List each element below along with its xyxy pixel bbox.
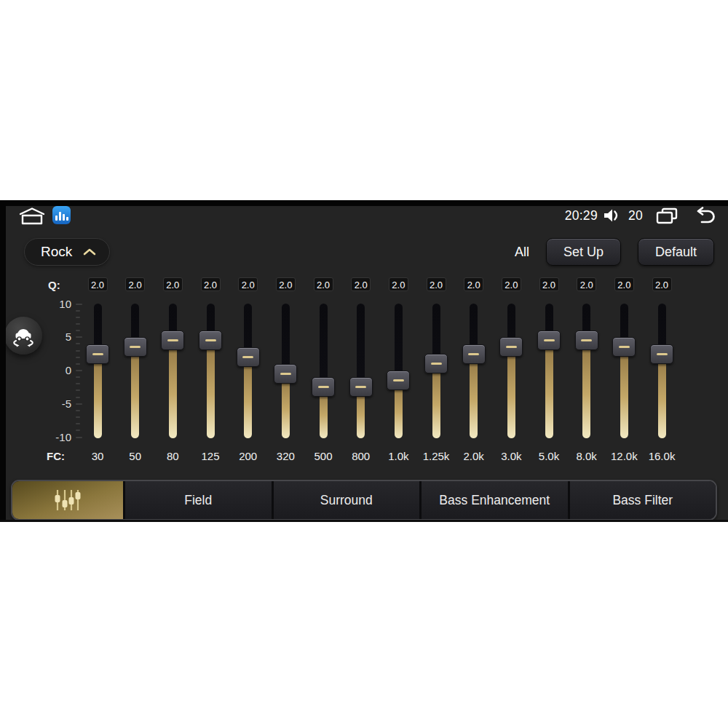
slider-fill-3.0k	[507, 347, 515, 438]
q-value-band-5.0k[interactable]: 2.0	[539, 277, 559, 291]
gain-tick	[76, 350, 80, 352]
slider-fill-12.0k	[620, 347, 628, 438]
preset-label: Rock	[41, 244, 72, 260]
slider-handle-800[interactable]	[349, 377, 373, 397]
gain-scale-label: -10	[42, 431, 71, 443]
q-value-band-80[interactable]: 2.0	[163, 277, 183, 291]
tab-field[interactable]: Field	[125, 481, 272, 519]
tab-bass-filter[interactable]: Bass Filter	[570, 481, 716, 519]
q-value-band-50[interactable]: 2.0	[125, 277, 145, 291]
gain-tick	[76, 343, 80, 344]
q-value-band-320[interactable]: 2.0	[276, 277, 296, 291]
status-cluster: 20:29 20	[565, 205, 718, 226]
gain-tick	[76, 330, 80, 331]
tab-equalizer[interactable]	[12, 481, 123, 519]
q-value-band-12.0k[interactable]: 2.0	[614, 277, 634, 291]
volume-level: 20	[628, 208, 643, 223]
slider-handle-2.0k[interactable]	[462, 344, 486, 364]
handle-grip-line	[205, 339, 216, 341]
slider-fill-50	[131, 347, 139, 438]
clock: 20:29	[565, 208, 598, 223]
handle-grip-line	[355, 386, 366, 388]
fc-label-16.0k: 16.0k	[640, 450, 684, 462]
bottom-tab-bar: Field Surround Bass Enhancement Bass Fil…	[11, 480, 717, 521]
slider-handle-200[interactable]	[237, 347, 260, 367]
slider-handle-500[interactable]	[312, 377, 335, 397]
gain-tick	[76, 310, 80, 312]
q-value-band-8.0k[interactable]: 2.0	[577, 277, 596, 291]
gain-tick	[76, 416, 80, 418]
bezel-left	[0, 200, 6, 522]
handle-grip-line	[318, 386, 329, 388]
gain-scale-label: 10	[42, 298, 71, 310]
gain-tick	[76, 389, 80, 391]
slider-handle-1.25k[interactable]	[424, 354, 448, 373]
slider-fill-125	[207, 341, 215, 438]
q-value-band-16.0k[interactable]: 2.0	[652, 277, 672, 291]
q-row-label: Q:	[48, 279, 60, 291]
q-value-band-1.0k[interactable]: 2.0	[389, 277, 408, 291]
recent-apps-icon[interactable]	[655, 207, 678, 225]
slider-handle-125[interactable]	[199, 331, 222, 350]
gain-tick	[76, 423, 80, 424]
slider-handle-320[interactable]	[274, 364, 297, 384]
slider-handle-16.0k[interactable]	[650, 344, 673, 364]
slider-fill-80	[169, 341, 177, 438]
slider-handle-50[interactable]	[124, 337, 147, 357]
gain-tick	[76, 410, 80, 411]
slider-fill-5.0k	[545, 341, 553, 438]
preset-selector[interactable]: Rock	[24, 238, 110, 266]
volume-icon[interactable]	[603, 208, 620, 223]
slider-fill-8.0k	[582, 341, 590, 438]
slider-handle-3.0k[interactable]	[499, 337, 523, 357]
app-icon-bar	[66, 217, 68, 221]
default-button[interactable]: Default	[638, 238, 714, 266]
fc-row-label: FC:	[47, 450, 65, 462]
q-value-band-1.25k[interactable]: 2.0	[427, 277, 446, 291]
action-row: All Set Up Default	[515, 238, 714, 266]
q-value-band-3.0k[interactable]: 2.0	[502, 277, 521, 291]
app-icon-bar	[55, 215, 58, 221]
gain-tick	[76, 370, 82, 371]
equalizer-app-icon[interactable]	[52, 206, 71, 224]
handle-grip-line	[619, 346, 630, 348]
tab-label: Bass Filter	[612, 493, 673, 508]
back-icon[interactable]	[693, 207, 718, 224]
gain-scale-label: 5	[42, 331, 71, 343]
slider-handle-8.0k[interactable]	[575, 331, 598, 350]
gain-tick	[76, 430, 80, 431]
slider-handle-80[interactable]	[161, 331, 184, 350]
slider-fill-200	[244, 357, 252, 438]
car-surround-button[interactable]	[4, 317, 42, 355]
all-label[interactable]: All	[515, 245, 529, 260]
home-button[interactable]	[18, 207, 46, 226]
head-unit-display: 20:29 20 Rock All Set Up Default Q: FC: …	[0, 200, 728, 522]
home-icon	[18, 207, 46, 226]
gain-tick	[76, 397, 80, 398]
slider-fill-2.0k	[470, 354, 478, 438]
gain-tick	[76, 323, 80, 325]
q-value-band-500[interactable]: 2.0	[314, 277, 333, 291]
tab-bass-enhancement[interactable]: Bass Enhancement	[422, 481, 568, 519]
q-value-band-125[interactable]: 2.0	[201, 277, 221, 291]
setup-button[interactable]: Set Up	[546, 238, 621, 266]
handle-grip-line	[242, 356, 253, 358]
handle-grip-line	[506, 346, 517, 348]
q-value-band-2.0k[interactable]: 2.0	[464, 277, 483, 291]
handle-grip-line	[581, 339, 592, 341]
slider-handle-30[interactable]	[86, 344, 109, 364]
tab-surround[interactable]: Surround	[274, 481, 420, 519]
slider-handle-12.0k[interactable]	[612, 337, 636, 357]
slider-handle-1.0k[interactable]	[387, 371, 410, 390]
q-value-band-30[interactable]: 2.0	[88, 277, 108, 291]
handle-grip-line	[167, 339, 178, 341]
handle-grip-line	[130, 346, 141, 348]
gain-tick	[76, 403, 82, 405]
q-value-band-200[interactable]: 2.0	[238, 277, 258, 291]
handle-grip-line	[468, 353, 479, 355]
q-value-band-800[interactable]: 2.0	[351, 277, 371, 291]
gain-tick	[76, 317, 80, 318]
slider-handle-5.0k[interactable]	[537, 331, 561, 350]
gain-tick	[76, 357, 80, 358]
gain-tick	[76, 437, 82, 438]
